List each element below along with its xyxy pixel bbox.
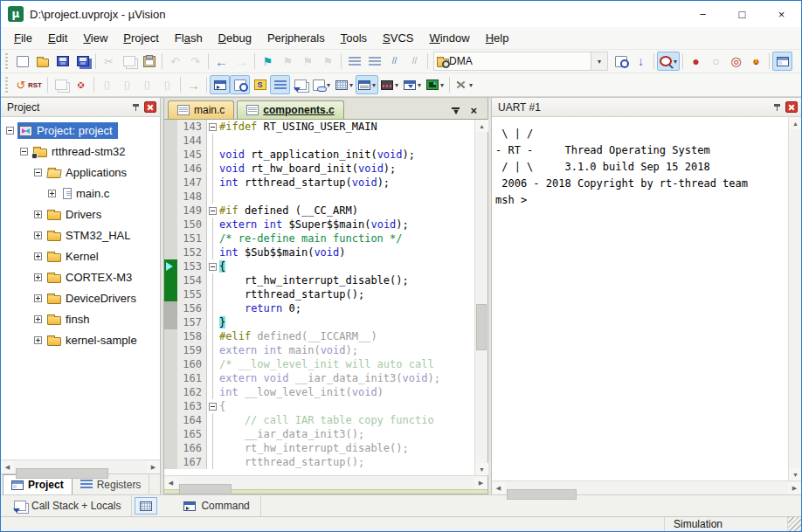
menu-file[interactable]: File [6, 29, 40, 47]
fold-column[interactable] [207, 287, 218, 301]
code-line[interactable]: 160/* __low_level_init will auto call [164, 357, 474, 371]
memory-window-button[interactable] [135, 497, 157, 515]
breakpoint-gutter[interactable] [164, 120, 177, 134]
tree-item[interactable]: DeviceDrivers [1, 287, 160, 308]
panel-close-icon[interactable] [144, 101, 156, 113]
code-line[interactable]: 162int __low_level_init(void) [164, 385, 474, 399]
expand-icon[interactable] [34, 294, 42, 302]
code-line[interactable]: 156 return 0; [164, 301, 474, 315]
menu-project[interactable]: Project [115, 29, 166, 47]
editor-vscrollbar[interactable]: ▲ ▼ [474, 120, 487, 475]
close-button[interactable]: × [762, 1, 801, 27]
expand-icon[interactable] [34, 211, 42, 218]
step-over-button[interactable]: {} [117, 75, 137, 94]
tree-item[interactable]: CORTEX-M3 [1, 266, 160, 287]
scroll-thumb[interactable] [16, 468, 108, 479]
insert-remove-breakpoint-button[interactable]: ● [686, 52, 706, 71]
tree-item[interactable]: rtthread-stm32 [1, 141, 160, 162]
tree-item[interactable]: finsh [1, 308, 160, 329]
breakpoint-gutter[interactable] [164, 190, 177, 204]
registers-window-button[interactable] [270, 75, 290, 94]
fold-column[interactable] [207, 259, 218, 273]
incremental-find-button[interactable]: ↓ [631, 52, 651, 71]
fold-column[interactable] [207, 413, 218, 427]
disassembly-window-button[interactable] [230, 75, 250, 94]
code-editor[interactable]: 143#ifdef RT_USING_USER_MAIN144145void r… [164, 120, 474, 475]
menu-tools[interactable]: Tools [333, 29, 375, 47]
fold-column[interactable] [207, 301, 218, 315]
open-file-button[interactable] [32, 52, 52, 71]
code-line[interactable]: 153{ [164, 259, 474, 273]
expand-icon[interactable] [34, 231, 42, 239]
code-line[interactable]: 143#ifdef RT_USING_USER_MAIN [164, 120, 474, 134]
menu-flash[interactable]: Flash [167, 29, 211, 47]
scroll-track[interactable] [475, 132, 487, 463]
scroll-thumb[interactable] [476, 304, 487, 350]
fold-column[interactable] [207, 343, 218, 357]
code-line[interactable]: 167 rtthread_startup(); [164, 455, 474, 469]
code-line[interactable]: 158#elif defined(__ICCARM__) [164, 329, 474, 343]
menu-help[interactable]: Help [478, 29, 517, 47]
expand-icon[interactable] [34, 252, 42, 260]
navigate-forward-button[interactable]: → [232, 52, 252, 71]
scroll-right-arrow-icon[interactable]: ▶ [474, 477, 487, 489]
fold-column[interactable] [207, 218, 218, 231]
menu-peripherals[interactable]: Peripherals [259, 29, 333, 47]
collapse-icon[interactable] [6, 127, 14, 135]
breakpoint-gutter[interactable] [164, 455, 177, 469]
code-line[interactable]: 151/* re-define main function */ [164, 231, 474, 245]
breakpoint-gutter[interactable] [164, 134, 177, 148]
fold-minus-icon[interactable] [209, 263, 217, 271]
code-line[interactable]: 163{ [164, 399, 474, 413]
uart-vscrollbar[interactable]: ▲ ▼ [788, 117, 801, 480]
uart-hscrollbar[interactable]: ◀ ▶ [492, 480, 801, 494]
reset-target-button[interactable]: ↺RST [12, 75, 45, 94]
scroll-left-arrow-icon[interactable]: ◀ [492, 482, 505, 494]
scroll-track[interactable] [789, 129, 801, 468]
tree-item[interactable]: Kernel [1, 245, 160, 266]
run-to-cursor-line-button[interactable]: {} [157, 75, 177, 94]
tab-main-c[interactable]: main.c [168, 100, 234, 119]
expand-icon[interactable] [34, 336, 42, 344]
breakpoint-gutter[interactable] [164, 357, 177, 371]
clear-all-bookmarks-button[interactable]: ⚑ [318, 52, 338, 71]
tree-item[interactable]: Applications [1, 162, 160, 183]
indent-selection-button[interactable] [344, 52, 364, 71]
scroll-down-arrow-icon[interactable]: ▼ [475, 463, 488, 475]
find-dropdown-button[interactable]: ▾ [591, 52, 607, 70]
expand-icon[interactable] [34, 315, 42, 323]
scroll-thumb[interactable] [507, 489, 577, 500]
symbols-window-button[interactable]: S [250, 75, 270, 94]
code-line[interactable]: 161extern void __iar_data_init3(void); [164, 371, 474, 385]
scroll-down-arrow-icon[interactable]: ▼ [789, 468, 802, 480]
fold-column[interactable] [207, 315, 218, 329]
fold-column[interactable] [207, 371, 218, 385]
disable-all-breakpoints-button[interactable]: ◎ [726, 52, 746, 71]
scroll-thumb[interactable] [179, 484, 232, 494]
menu-svcs[interactable]: SVCS [375, 29, 421, 47]
breakpoint-gutter[interactable] [164, 218, 177, 231]
show-next-statement-button[interactable] [51, 75, 71, 94]
next-bookmark-button[interactable]: ⚑ [298, 52, 318, 71]
code-line[interactable]: 164 // call IAR table copy functio [164, 413, 474, 427]
breakpoint-gutter[interactable] [164, 162, 177, 176]
scroll-left-arrow-icon[interactable]: ◀ [1, 461, 14, 473]
close-document-icon[interactable]: × [470, 107, 477, 115]
fold-column[interactable] [207, 273, 218, 287]
find-input[interactable] [449, 55, 591, 67]
code-line[interactable]: 165 __iar_data_init3(); [164, 427, 474, 441]
breakpoint-gutter[interactable] [164, 399, 177, 413]
quick-find-button[interactable]: ▾ [657, 52, 680, 71]
fold-minus-icon[interactable] [209, 123, 217, 131]
serial-window-button[interactable]: ▾ [356, 75, 378, 94]
fold-column[interactable] [207, 120, 218, 134]
fold-minus-icon[interactable] [209, 207, 217, 215]
tab-call-stack-locals[interactable]: Call Stack + Locals [3, 495, 132, 516]
comment-selection-button[interactable]: // [384, 52, 404, 71]
fold-column[interactable] [207, 399, 218, 413]
memory-window-button[interactable]: ▾ [333, 75, 356, 94]
tab-components-c[interactable]: components.c [237, 100, 343, 119]
new-file-button[interactable] [12, 52, 32, 71]
previous-bookmark-button[interactable]: ⚑ [278, 52, 298, 71]
collapse-icon[interactable] [34, 169, 42, 176]
